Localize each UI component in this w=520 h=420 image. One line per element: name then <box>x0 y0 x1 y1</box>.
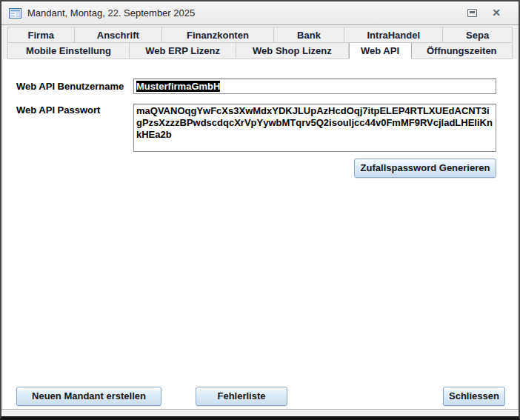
username-input[interactable]: MusterfirmaGmbH <box>133 79 496 94</box>
tab-row-1: Firma Anschrift Finanzkonten Bank IntraH… <box>7 27 513 43</box>
tabstrip: Firma Anschrift Finanzkonten Bank IntraH… <box>7 27 513 59</box>
password-label: Web API Passwort <box>16 104 100 116</box>
generate-random-password-button[interactable]: Zufallspassword Generieren <box>354 159 496 178</box>
tab-web-erp-lizenz[interactable]: Web ERP Lizenz <box>130 43 236 59</box>
tab-finanzkonten[interactable]: Finanzkonten <box>162 27 274 43</box>
web-api-tab-page: Web API Benutzername MusterfirmaGmbH Web… <box>3 59 517 409</box>
new-mandant-button[interactable]: Neuen Mandant erstellen <box>16 387 161 406</box>
tab-oeffnungszeiten[interactable]: Öffnungszeiten <box>412 43 513 59</box>
window-bottom-edge <box>1 409 519 416</box>
tab-anschrift[interactable]: Anschrift <box>75 27 163 43</box>
window-controls: ✕ <box>467 9 511 17</box>
tab-sepa[interactable]: Sepa <box>443 27 513 43</box>
password-input[interactable]: maQVANOqgYwFcXs3XwMdxYDKJLUpAzHcdOqj7itp… <box>133 104 496 152</box>
close-dialog-button[interactable]: Schliessen <box>443 387 505 406</box>
form-icon <box>9 8 21 19</box>
tab-web-shop-lizenz[interactable]: Web Shop Lizenz <box>236 43 348 59</box>
mandant-window: Mandant, Montag, 22. September 2025 ✕ Fi… <box>0 0 520 420</box>
tab-web-api[interactable]: Web API <box>349 43 412 59</box>
tab-mobile-einstellung[interactable]: Mobile Einstellung <box>7 43 130 59</box>
window-title: Mandant, Montag, 22. September 2025 <box>27 7 195 19</box>
error-list-button[interactable]: Fehlerliste <box>196 387 287 406</box>
tab-intrahandel[interactable]: IntraHandel <box>344 27 443 43</box>
username-label: Web API Benutzername <box>16 81 124 92</box>
tab-bank[interactable]: Bank <box>274 27 344 43</box>
titlebar: Mandant, Montag, 22. September 2025 ✕ <box>1 1 519 25</box>
restore-icon[interactable] <box>467 9 477 17</box>
tab-firma[interactable]: Firma <box>7 27 75 43</box>
close-icon[interactable]: ✕ <box>492 9 501 17</box>
username-selected-text: MusterfirmaGmbH <box>136 81 220 92</box>
tab-row-2: Mobile Einstellung Web ERP Lizenz Web Sh… <box>7 43 513 59</box>
